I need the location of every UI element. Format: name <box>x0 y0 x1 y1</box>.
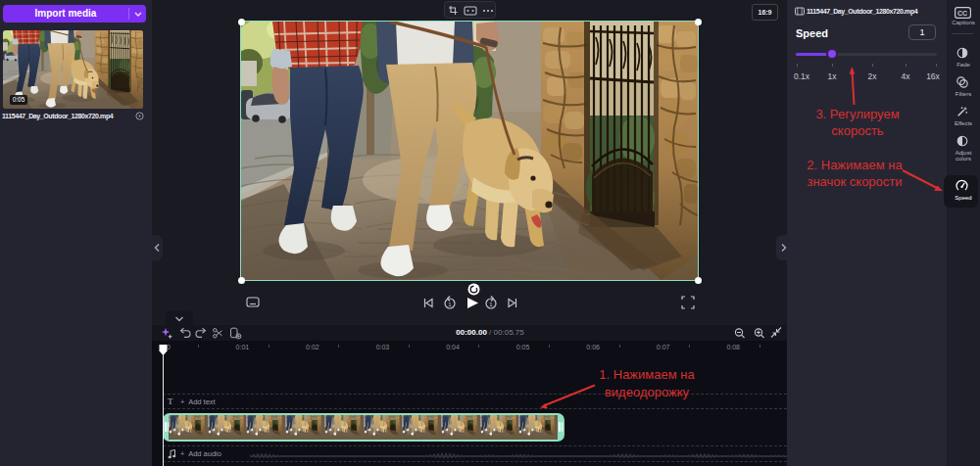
svg-text:CC: CC <box>957 10 967 17</box>
svg-text:1: 1 <box>489 302 493 307</box>
svg-text:1: 1 <box>448 302 452 307</box>
